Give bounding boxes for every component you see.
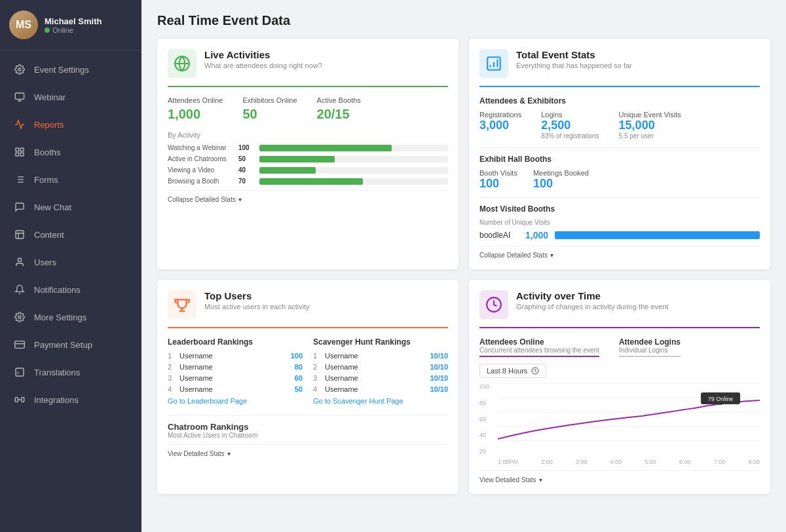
sidebar-item-webinar[interactable]: Webinar (0, 83, 141, 111)
stat-registrations: Registrations 3,000 (479, 111, 521, 140)
sidebar-item-reports[interactable]: Reports (0, 111, 141, 138)
panel-header-top-users: Top Users Most active users in each acti… (168, 290, 448, 328)
aot-attendees-sub: Concurrent attendees browsing the event (479, 347, 599, 354)
chart-y-axis: 100 80 60 40 20 (479, 383, 498, 465)
sidebar-item-content[interactable]: Content (0, 221, 141, 248)
rank-row-sh-1: 1 Username 10/10 (313, 352, 448, 360)
clock-icon-wrap (479, 290, 508, 319)
sidebar-item-integrations[interactable]: Integrations (0, 386, 141, 413)
stat-attendees-online: Attendees Online 1,000 (168, 96, 223, 122)
chart-svg: 79 Online (498, 383, 760, 455)
bar-fill-1 (259, 156, 335, 162)
translate-icon: A (13, 366, 26, 379)
aot-subtitle: Graphing of changes in activity during t… (516, 303, 668, 311)
attendees-online-label: Attendees Online (168, 96, 223, 104)
rank-row-lb-4: 4 Username 50 (168, 385, 303, 393)
sidebar-item-event-settings[interactable]: Event Settings (0, 56, 141, 83)
sidebar-item-payment-setup[interactable]: Payment Setup (0, 331, 141, 358)
scavenger-title: Scavenger Hunt Rankings (313, 337, 448, 347)
go-to-leaderboard-link[interactable]: Go to Leaderboard Page (168, 397, 247, 405)
sidebar-label-webinar: Webinar (34, 92, 66, 102)
exhibitors-online-label: Exhibitors Online (242, 96, 297, 104)
svg-rect-19 (15, 398, 18, 402)
sidebar-item-translations[interactable]: A Translations (0, 358, 141, 386)
panel-header-live: Live Activities What are attendees doing… (168, 49, 448, 87)
trophy-icon-wrap (168, 290, 196, 319)
sidebar-label-forms: Forms (34, 175, 58, 185)
logins-value: 2,500 (541, 119, 599, 132)
gear-icon (13, 63, 26, 76)
chatroom-rankings-sub: Most Active Users in Chatroom (168, 432, 448, 439)
top-users-subtitle: Most active users in each activity (204, 303, 310, 311)
bell-icon (13, 283, 26, 296)
activity-row-3: Browsing a Booth 70 (168, 178, 448, 185)
activity-row-2: Viewing a Video 40 (168, 166, 448, 174)
svg-rect-20 (22, 398, 24, 402)
panel-top-users: Top Users Most active users in each acti… (157, 280, 458, 494)
sidebar-label-payment-setup: Payment Setup (34, 340, 92, 350)
chart-x-labels: 1:00PM 2:00 3:00 4:00 5:00 6:00 7:00 8:0… (498, 457, 760, 465)
rank-row-sh-2: 2 Username 10/10 (313, 363, 448, 371)
stat-unique-visits: Unique Event Visits 15,000 5.5 per user (619, 111, 681, 140)
registrations-label: Registrations (479, 111, 521, 119)
attendees-stats: Registrations 3,000 Logins 2,500 83% of … (479, 111, 760, 140)
booths-stats-row: Booth Visits 100 Meetings Booked 100 (479, 169, 760, 191)
settings-icon (13, 311, 26, 324)
top-booth-name: boodleAI (479, 231, 519, 240)
sidebar-label-integrations: Integrations (34, 395, 79, 405)
panel-header-total: Total Event Stats Everything that has ha… (479, 49, 760, 87)
activity-count-1: 50 (238, 155, 254, 162)
rank-row-sh-3: 3 Username 10/10 (313, 374, 448, 382)
panels-grid: Live Activities What are attendees doing… (157, 39, 770, 494)
aot-logins-underline (619, 356, 681, 357)
attendees-online-value: 1,000 (168, 107, 223, 122)
stat-booth-visits: Booth Visits 100 (479, 169, 517, 191)
unique-visits-sub: 5.5 per user (619, 132, 681, 140)
sidebar-label-users: Users (34, 257, 56, 267)
active-booths-label: Active Booths (317, 96, 361, 104)
nav-items: Event Settings Webinar Reports Booths Fo (0, 50, 141, 532)
sidebar-item-more-settings[interactable]: More Settings (0, 303, 141, 331)
section-attendees-label: Attendees & Exhibitors (479, 96, 760, 105)
leaderboard-title: Leaderboard Rankings (168, 337, 303, 347)
rank-row-lb-1: 1 Username 100 (168, 352, 303, 360)
content-icon (13, 228, 26, 241)
activity-count-3: 70 (238, 178, 254, 185)
svg-text:A: A (16, 371, 19, 375)
globe-icon-wrap (168, 49, 196, 78)
activity-name-1: Active in Chatrooms (168, 155, 233, 162)
svg-rect-12 (16, 231, 24, 238)
go-to-scavenger-link[interactable]: Go to Scavenger Hunt Page (313, 397, 403, 405)
sidebar-item-booths[interactable]: Booths (0, 138, 141, 166)
activity-row-1: Active in Chatrooms 50 (168, 155, 448, 162)
top-booth-value: 1,000 (525, 230, 548, 240)
avatar: MS (9, 10, 38, 39)
rank-row-lb-2: 2 Username 80 (168, 363, 303, 371)
rank-row-sh-4: 4 Username 10/10 (313, 385, 448, 393)
registrations-value: 3,000 (479, 119, 521, 132)
activity-bars: Watching a Webinar 100 Active in Chatroo… (168, 144, 448, 185)
activity-row-0: Watching a Webinar 100 (168, 144, 448, 151)
unique-visits-label: Unique Event Visits (619, 111, 681, 119)
booth-visits-value: 100 (479, 177, 517, 191)
sidebar-item-forms[interactable]: Forms (0, 166, 141, 193)
total-event-stats-subtitle: Everything that has happened so far (516, 62, 632, 69)
view-detailed-stats-aot[interactable]: View Detailed Stats ▾ (479, 470, 760, 484)
sidebar: MS Michael Smith Online Event Settings W… (0, 0, 141, 532)
rank-row-lb-3: 3 Username 60 (168, 374, 303, 382)
view-detailed-stats-top-users[interactable]: View Detailed Stats ▾ (168, 444, 448, 457)
svg-point-0 (18, 68, 21, 71)
sidebar-item-notifications[interactable]: Notifications (0, 276, 141, 303)
collapse-detailed-stats-live[interactable]: Collapse Detailed Stats ▾ (168, 190, 448, 203)
rankings-grid: Leaderboard Rankings 1 Username 100 2 Us… (168, 337, 448, 406)
chatroom-rankings-title: Chatroom Rankings (168, 422, 448, 432)
collapse-detailed-stats-total[interactable]: Collapse Detailed Stats ▾ (479, 246, 760, 259)
bar-fill-0 (259, 145, 392, 151)
sidebar-item-users[interactable]: Users (0, 248, 141, 276)
aot-title: Activity over Time (516, 290, 668, 301)
time-filter-label: Last 8 Hours (487, 367, 527, 375)
divider-3 (168, 415, 448, 415)
time-filter-button[interactable]: Last 8 Hours (479, 364, 546, 378)
sidebar-item-new-chat[interactable]: New Chat (0, 193, 141, 221)
logins-sub: 83% of registrations (541, 132, 599, 140)
